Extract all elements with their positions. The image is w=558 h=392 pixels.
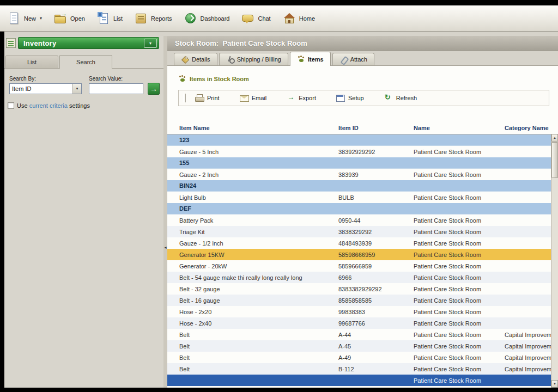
scroll-down-button[interactable]: ▼: [551, 380, 558, 388]
refresh-icon: [384, 94, 393, 102]
tab-label: Items: [308, 56, 324, 63]
cell: Patient Care Stock Room: [414, 194, 505, 201]
group-header-row[interactable]: DEF: [167, 203, 551, 215]
search-by-select[interactable]: Item ID ▾: [9, 83, 82, 94]
item-row[interactable]: Gauze - 1/2 inch4848493939Patient Care S…: [167, 237, 551, 249]
item-row[interactable]: BeltA-44Patient Care Stock RoomCapital I…: [167, 329, 551, 340]
item-row[interactable]: Generator 15KW58598666959Patient Care St…: [167, 249, 551, 260]
paperclip-icon: [339, 56, 348, 64]
item-row[interactable]: Triage Kit3838329292Patient Care Stock R…: [167, 226, 551, 237]
export-button[interactable]: Export: [286, 94, 316, 102]
cell: 0950-44: [338, 217, 414, 224]
handtruck-icon: [226, 56, 234, 64]
cell: Patient Care Stock Room: [414, 171, 505, 178]
criteria-link[interactable]: current criteria: [29, 102, 68, 109]
toolbar-item-label: Home: [299, 15, 315, 22]
column-header-item-id[interactable]: Item ID: [338, 125, 414, 131]
tab-details[interactable]: Details: [174, 53, 217, 65]
cell: Patient Care Stock Room: [414, 217, 505, 224]
tab-attach[interactable]: Attach: [332, 53, 374, 65]
scroll-up-button[interactable]: ▲: [551, 134, 558, 142]
refresh-button[interactable]: Refresh: [384, 94, 417, 102]
item-row[interactable]: Belt - 16 gauge8585858585Patient Care St…: [167, 295, 551, 306]
cell: Patient Care Stock Room: [414, 252, 505, 258]
sidebar: Inventory ▾ ListSearch Search By: Search…: [4, 36, 163, 388]
toolbar-item-new[interactable]: New▾: [8, 12, 42, 25]
cell: Gauze - 1/2 inch: [179, 240, 338, 247]
toolbar-item-open[interactable]: Open: [54, 12, 85, 25]
item-row[interactable]: BeltA-49Patient Care Stock RoomCapital I…: [167, 352, 551, 363]
cell: Capital Improvement: [505, 343, 551, 350]
tag-icon: [181, 56, 189, 64]
sidebar-tab-search[interactable]: Search: [59, 55, 112, 69]
export-icon: [286, 94, 295, 102]
item-row[interactable]: Gauze - 5 Inch38392929292Patient Care St…: [167, 146, 551, 157]
vertical-scrollbar[interactable]: ▲ ▼: [551, 134, 558, 388]
item-row[interactable]: Light BulbBULBPatient Care Stock Room: [167, 192, 551, 203]
toolbar-item-reports[interactable]: Reports: [135, 12, 172, 25]
group-header-row[interactable]: 123: [167, 134, 551, 146]
cell: Belt: [179, 343, 338, 350]
cell: Gauze - 2 Inch: [179, 171, 338, 178]
cell: Generator 15KW: [179, 252, 338, 258]
setup-button[interactable]: Setup: [336, 94, 364, 102]
cell: 99687766: [338, 320, 414, 327]
cell: Patient Care Stock Room: [414, 332, 505, 338]
column-header-category-name[interactable]: Category Name: [505, 125, 551, 131]
panel-splitter[interactable]: ◄: [163, 36, 167, 388]
column-header-item-name[interactable]: Item Name: [179, 125, 338, 131]
toolbar-item-chat[interactable]: Chat: [241, 12, 270, 25]
toolbar-item-dashboard[interactable]: Dashboard: [184, 12, 230, 25]
group-label: 155: [179, 160, 338, 166]
module-dropdown-button[interactable]: ▾: [144, 39, 157, 48]
use-criteria-checkbox[interactable]: [8, 102, 14, 109]
item-row[interactable]: Battery Pack0950-44Patient Care Stock Ro…: [167, 215, 551, 226]
cell: Patient Care Stock Room: [414, 229, 505, 235]
cell: 99838383: [338, 309, 414, 315]
search-value-input[interactable]: [89, 83, 143, 94]
item-row[interactable]: BeltB-112Patient Care Stock RoomCapital …: [167, 363, 551, 375]
item-row[interactable]: Hose - 2x2099838383Patient Care Stock Ro…: [167, 306, 551, 317]
reports-icon: [135, 12, 148, 25]
page-title: Stock Room: Patient Care Stock Room: [175, 39, 307, 47]
new-document-icon: [8, 12, 21, 25]
sidebar-tab-list[interactable]: List: [5, 56, 58, 68]
module-selector[interactable]: Inventory ▾: [18, 37, 159, 49]
group-header-row[interactable]: 155: [167, 157, 551, 169]
item-row[interactable]: Belt - 32 gauge8383382929292Patient Care…: [167, 283, 551, 295]
toolbar-item-label: Open: [70, 15, 85, 22]
toolbar-item-label: Reports: [151, 15, 172, 22]
item-row[interactable]: Generator - 20kW5859666959Patient Care S…: [167, 260, 551, 272]
cell: Light Bulb: [179, 194, 338, 201]
dashboard-icon: [184, 12, 197, 25]
tab-shipping-billing[interactable]: Shipping / Billing: [219, 53, 288, 65]
print-icon: [195, 94, 204, 102]
group-header-row[interactable]: BIN24: [167, 180, 551, 192]
toolbar-item-home[interactable]: Home: [283, 12, 315, 25]
search-go-button[interactable]: →: [148, 83, 160, 95]
cell: Battery Pack: [179, 217, 338, 224]
column-header-name[interactable]: Name: [414, 125, 505, 131]
item-row[interactable]: Gauze - 2 Inch383939Patient Care Stock R…: [167, 169, 551, 180]
toolbar-item-list[interactable]: List: [97, 12, 123, 25]
table-header-row: Item NameItem IDNameCategory Name: [167, 121, 551, 134]
action-label: Print: [207, 95, 220, 101]
chevron-down-icon[interactable]: ▾: [72, 84, 81, 94]
cell: 383939: [338, 171, 414, 178]
group-label: 123: [179, 137, 338, 143]
group-label: BIN24: [179, 182, 338, 189]
tab-content: Items in Stock Room PrintEmailExportSetu…: [167, 65, 558, 388]
cell: Capital Improvement: [505, 332, 551, 338]
item-row[interactable]: Hose - 2x4099687766Patient Care Stock Ro…: [167, 317, 551, 329]
tab-items[interactable]: Items: [290, 52, 331, 66]
scroll-thumb[interactable]: [551, 142, 558, 178]
item-row[interactable]: BeltA-45Patient Care Stock RoomCapital I…: [167, 340, 551, 352]
email-button[interactable]: Email: [239, 94, 267, 102]
collapse-arrow-icon[interactable]: ◄: [163, 246, 167, 388]
item-row[interactable]: Patient Care Stock Room: [167, 375, 551, 386]
item-row[interactable]: Belt - 54 gauge make thi really long rea…: [167, 272, 551, 283]
tab-label: Attach: [350, 56, 367, 63]
print-button[interactable]: Print: [195, 94, 220, 102]
cell: A-44: [338, 332, 414, 338]
module-menu-icon[interactable]: [6, 38, 16, 48]
